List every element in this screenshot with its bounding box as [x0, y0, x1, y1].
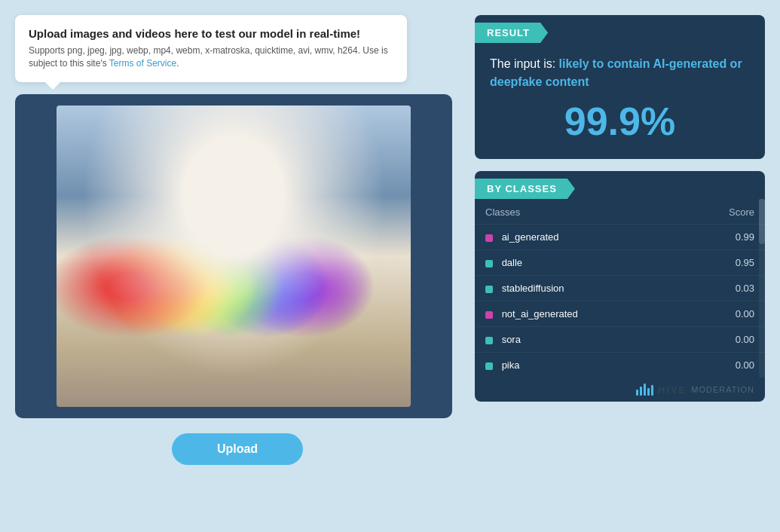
class-score: 0.00 [681, 301, 765, 327]
class-color-indicator [485, 337, 493, 344]
class-name: sora [502, 334, 521, 345]
class-score: 0.99 [681, 225, 765, 250]
class-name-cell: dalle [475, 250, 681, 276]
col-class-header: Classes [475, 199, 681, 225]
class-score: 0.95 [681, 250, 765, 276]
table-row: ai_generated 0.99 [475, 225, 765, 250]
upload-button[interactable]: Upload [172, 433, 303, 465]
hive-footer: HIVE MODERATION [475, 378, 765, 402]
class-color-indicator [485, 362, 493, 370]
result-text-prefix: The input is: [490, 57, 559, 70]
class-name: ai_generated [502, 231, 559, 243]
image-container [15, 94, 452, 418]
upload-btn-row: Upload [15, 433, 460, 465]
hive-bars-icon [636, 384, 653, 396]
uploaded-image [57, 105, 411, 407]
class-color-indicator [485, 260, 493, 268]
upload-tooltip: Upload images and videos here to test ou… [15, 15, 407, 82]
class-name: not_ai_generated [502, 308, 578, 320]
class-name-cell: pika [475, 353, 681, 378]
class-name: dalle [502, 257, 522, 268]
bar-1 [636, 390, 638, 396]
classes-table: Classes Score ai_generated 0.99 dalle 0.… [475, 199, 765, 378]
hive-brand: HIVE [658, 384, 687, 396]
bar-3 [644, 384, 646, 396]
class-color-indicator [485, 234, 493, 242]
class-name: stablediffusion [502, 283, 564, 294]
class-name: pika [502, 359, 520, 371]
class-score: 0.03 [681, 276, 765, 301]
class-name-cell: ai_generated [475, 225, 681, 250]
scrollbar-thumb[interactable] [759, 199, 765, 244]
result-header: RESULT [475, 23, 548, 43]
class-score: 0.00 [681, 327, 765, 353]
right-panel: RESULT The input is: likely to contain A… [475, 15, 765, 402]
left-panel: Upload images and videos here to test ou… [15, 15, 460, 465]
hive-sub: MODERATION [691, 385, 754, 394]
table-row: stablediffusion 0.03 [475, 276, 765, 301]
result-text: The input is: likely to contain AI-gener… [490, 55, 750, 91]
hive-logo: HIVE MODERATION [636, 384, 754, 396]
by-classes-header: BY CLASSES [475, 179, 575, 199]
result-body: The input is: likely to contain AI-gener… [475, 43, 765, 159]
table-row: pika 0.00 [475, 353, 765, 378]
class-color-indicator [485, 286, 493, 293]
bar-4 [647, 388, 650, 396]
bar-2 [640, 387, 642, 396]
image-display [57, 105, 411, 407]
terms-link[interactable]: Terms of Service [109, 58, 176, 69]
bar-5 [651, 385, 653, 396]
scrollbar[interactable] [759, 199, 765, 378]
table-row: sora 0.00 [475, 327, 765, 353]
table-row: dalle 0.95 [475, 250, 765, 276]
class-score: 0.00 [681, 353, 765, 378]
class-color-indicator [485, 311, 493, 319]
tooltip-title: Upload images and videos here to test ou… [29, 27, 393, 40]
result-percentage: 99.9% [490, 99, 750, 144]
class-name-cell: stablediffusion [475, 276, 681, 301]
result-card: RESULT The input is: likely to contain A… [475, 15, 765, 159]
table-row: not_ai_generated 0.00 [475, 301, 765, 327]
by-classes-body: Classes Score ai_generated 0.99 dalle 0.… [475, 199, 765, 378]
by-classes-card: BY CLASSES Classes Score ai_generated 0.… [475, 171, 765, 402]
tooltip-subtitle: Supports png, jpeg, jpg, webp, mp4, webm… [29, 44, 393, 70]
class-name-cell: not_ai_generated [475, 301, 681, 327]
col-score-header: Score [681, 199, 765, 225]
class-name-cell: sora [475, 327, 681, 353]
